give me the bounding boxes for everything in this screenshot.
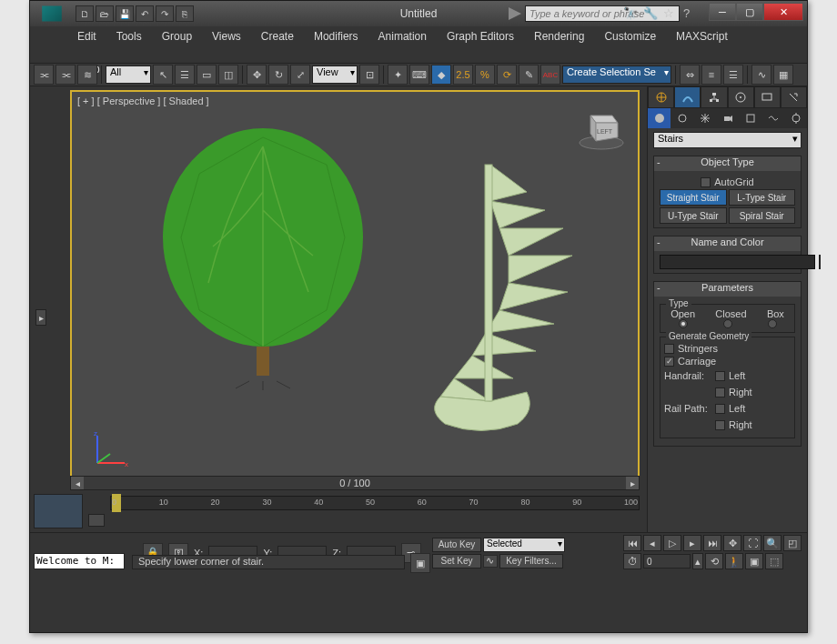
unlink-tool-icon[interactable]: ⫘ [55,65,76,85]
subtab-helpers[interactable] [739,108,761,128]
railpath-left-checkbox[interactable]: Left [715,403,745,414]
spinner-up-icon[interactable]: ▴ [692,553,703,569]
subtab-cameras[interactable] [716,108,739,128]
wrench-icon[interactable]: 🔧 [643,6,658,21]
keyboard-icon[interactable]: ⌨ [409,65,429,85]
time-config-icon[interactable]: ⏱ [623,553,641,569]
move-icon[interactable]: ✥ [247,65,267,85]
bind-icon[interactable]: ≋ [77,65,97,85]
subtab-geometry[interactable] [648,108,671,128]
goto-start-icon[interactable]: ⏮ [623,535,641,551]
viewcube[interactable]: LEFT [576,101,627,152]
schematic-icon[interactable]: ▦ [773,65,793,85]
select-icon[interactable]: ↖ [153,65,173,85]
walk-icon[interactable]: 🚶 [725,553,743,569]
radio-box[interactable] [768,319,777,328]
menu-views[interactable]: Views [210,28,243,45]
link-icon[interactable]: ⎘ [176,5,194,22]
autogrid-checkbox[interactable]: AutoGrid [660,176,795,187]
layers-icon[interactable]: ☰ [723,65,743,85]
menu-modifiers[interactable]: Modifiers [312,28,360,45]
play-icon[interactable]: ▷ [663,535,681,551]
viewport[interactable]: [ + ] [ Perspective ] [ Shaded ] LEFT [70,90,640,481]
close-button[interactable]: ✕ [763,3,803,21]
menu-maxscript[interactable]: MAXScript [674,28,730,45]
ref-coord-dropdown[interactable]: View [312,65,358,84]
percent-snap-icon[interactable]: % [475,65,495,85]
railpath-right-checkbox[interactable]: Right [715,419,752,430]
mini-viewport[interactable] [34,494,83,528]
tab-modify[interactable] [674,86,701,108]
maximize-button[interactable]: ▢ [736,3,763,21]
next-frame-icon[interactable]: ▸ [683,535,701,551]
key-target-dropdown[interactable]: Selected [483,538,565,552]
tab-display[interactable] [754,86,781,108]
tab-create[interactable] [648,86,674,108]
tab-motion[interactable] [728,86,754,108]
menu-rendering[interactable]: Rendering [532,28,586,45]
menu-group[interactable]: Group [160,28,194,45]
subtab-systems[interactable] [784,108,807,128]
zoom-extents-icon[interactable]: ⛶ [743,535,761,551]
isolate-icon[interactable]: ▣ [410,553,430,573]
mirror-icon[interactable]: ⇔ [680,65,700,85]
subtab-shapes[interactable] [671,108,693,128]
binoculars-icon[interactable]: 🔭 [623,6,638,21]
spiral-stair-button[interactable]: Spiral Stair [729,207,796,224]
pan-icon[interactable]: ✥ [723,535,741,551]
object-name-input[interactable] [660,255,815,269]
timeline-config-icon[interactable] [88,514,105,527]
help-icon[interactable]: ? [683,6,698,21]
align-icon[interactable]: ≡ [701,65,721,85]
time-scroll[interactable]: ◂ 0 / 100 ▸ [70,476,640,490]
viewport-expand-button[interactable]: ▸ [35,309,46,326]
subtab-lights[interactable] [693,108,716,128]
orbit-icon[interactable]: ⟲ [705,553,723,569]
select-region-icon[interactable]: ▭ [197,65,217,85]
ltype-stair-button[interactable]: L-Type Stair [729,189,796,206]
scroll-right-icon[interactable]: ▸ [626,477,639,489]
keyfilters-button[interactable]: Key Filters... [499,554,563,569]
angle-snap-icon[interactable]: 2.5 [453,65,473,85]
selection-filter-dropdown[interactable]: All [106,65,151,84]
pivot-icon[interactable]: ⊡ [359,65,379,85]
radio-closed[interactable] [723,319,732,328]
goto-end-icon[interactable]: ⏭ [703,535,721,551]
tab-utilities[interactable] [781,86,807,108]
menu-create[interactable]: Create [259,28,296,45]
menu-edit[interactable]: Edit [76,28,98,45]
abc-icon[interactable]: ABC [540,65,560,85]
category-dropdown[interactable]: Stairs [653,132,802,148]
scroll-left-icon[interactable]: ◂ [71,477,84,489]
autokey-button[interactable]: Auto Key [432,538,481,552]
maxscript-listener[interactable]: Welcome to M: [34,553,125,569]
app-icon[interactable] [35,1,68,26]
handrail-right-checkbox[interactable]: Right [715,387,752,397]
edit-set-icon[interactable]: ✎ [519,65,539,85]
menu-customize[interactable]: Customize [602,28,658,45]
zoom-region-icon[interactable]: ⬚ [765,553,783,569]
stringers-checkbox[interactable]: Stringers [664,343,791,354]
setkey-button[interactable]: Set Key [432,554,481,569]
save-icon[interactable]: 💾 [116,5,134,22]
max-viewport-icon[interactable]: ▣ [745,553,763,569]
spinner-snap-icon[interactable]: ⟳ [497,65,517,85]
rollout-header-name-color[interactable]: -Name and Color [654,236,801,251]
window-crossing-icon[interactable]: ◫ [218,65,238,85]
select-name-icon[interactable]: ☰ [175,65,195,85]
search-go-icon[interactable] [509,7,521,20]
straight-stair-button[interactable]: Straight Stair [660,189,727,206]
menu-animation[interactable]: Animation [377,28,429,45]
snap-toggle-icon[interactable]: ◆ [431,65,451,85]
redo-icon[interactable]: ↷ [156,5,174,22]
menu-graph-editors[interactable]: Graph Editors [445,28,516,45]
open-icon[interactable]: 🗁 [96,5,114,22]
color-swatch[interactable] [819,255,821,269]
rotate-icon[interactable]: ↻ [268,65,288,85]
tree-object[interactable] [145,119,381,392]
viewport-label[interactable]: [ + ] [ Perspective ] [ Shaded ] [77,96,209,106]
named-selection-dropdown[interactable]: Create Selection Se [562,65,671,84]
subtab-spacewarps[interactable] [761,108,784,128]
zoom-icon[interactable]: 🔍 [763,535,782,551]
fov-icon[interactable]: ◰ [783,535,802,551]
